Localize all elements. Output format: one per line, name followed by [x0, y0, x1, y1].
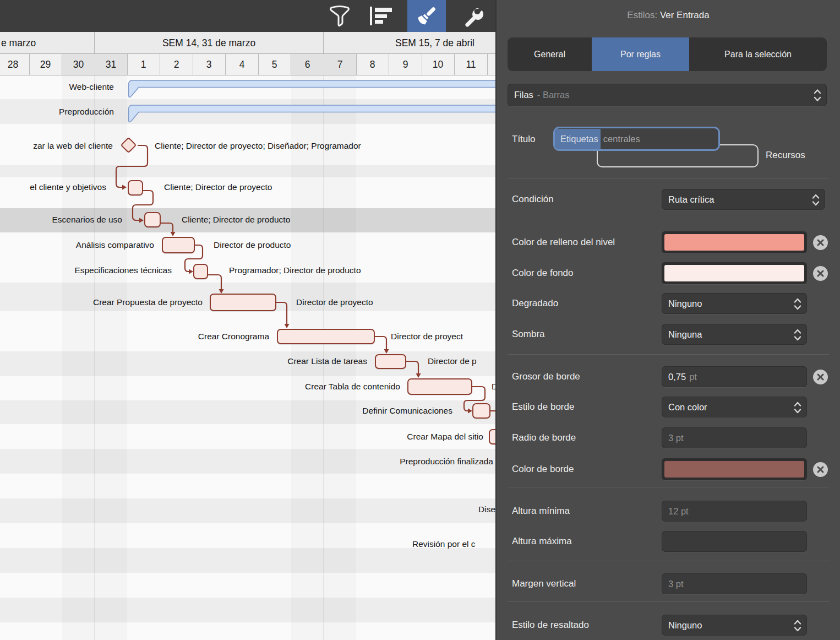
level-fill-color-well[interactable]	[662, 231, 807, 253]
vertical-margin-field[interactable]: 3 pt	[662, 573, 807, 594]
task-bar[interactable]	[472, 403, 490, 419]
task-label: Definir Comunicaciones	[362, 405, 452, 417]
day-header-cell: 10	[422, 54, 455, 75]
highlight-style-value: Ninguno	[668, 620, 702, 631]
title-field-selected-text: Etiquetas	[555, 129, 601, 149]
rule-scope-secondary: - Barras	[537, 90, 570, 100]
resource-label: Director de proyecto	[296, 296, 373, 308]
day-header-cell: 6	[291, 54, 324, 75]
task-label: Crear Cronograma	[198, 330, 269, 343]
day-header-cell: 30	[62, 54, 95, 75]
inspector-tab-bar: General Por reglas Para la selección	[508, 37, 827, 71]
tab-general[interactable]: General	[508, 37, 592, 71]
border-width-value: 0,75	[668, 372, 686, 382]
day-header-cell: 5	[258, 54, 291, 75]
pane-divider[interactable]	[495, 0, 497, 640]
task-bar[interactable]	[144, 212, 161, 227]
day-header-cell: 31	[95, 54, 128, 75]
divider	[508, 354, 829, 355]
resource-label: Director de producto	[214, 239, 291, 251]
border-style-value: Con color	[668, 402, 707, 413]
task-bar[interactable]	[162, 237, 195, 253]
rule-scope-popup[interactable]: Filas - Barras	[508, 84, 827, 106]
day-header-cell: 2	[160, 54, 193, 75]
border-width-label: Grosor de borde	[512, 370, 580, 383]
filter-icon[interactable]	[322, 0, 357, 32]
day-header-cell: 28	[0, 54, 30, 75]
clear-background-button[interactable]	[813, 266, 828, 281]
summary-bar[interactable]	[129, 80, 497, 122]
task-label: zar la web del cliente	[33, 140, 113, 152]
condition-popup[interactable]: Ruta crítica	[662, 189, 825, 210]
max-height-field[interactable]	[662, 531, 807, 552]
border-width-unit: pt	[689, 372, 697, 382]
inspector-title-name: Ver Entrada	[660, 10, 710, 20]
clear-level-fill-button[interactable]	[813, 235, 828, 250]
tab-por-reglas[interactable]: Por reglas	[592, 37, 689, 71]
gantt-pane: Web-cliente Preproducción zar la web del…	[0, 0, 497, 640]
day-header-cell: 7	[324, 54, 357, 75]
rule-scope-primary: Filas	[514, 90, 533, 100]
timescale-week-row: e marzo SEM 14, 31 de marzo SEM 15, 7 de…	[0, 32, 497, 54]
divider	[508, 487, 829, 487]
popup-stepper-icon	[813, 88, 822, 102]
view-toolbar	[0, 0, 497, 32]
border-style-popup[interactable]: Con color	[662, 397, 807, 417]
task-label: Preproducción	[59, 106, 114, 118]
popup-stepper-icon	[793, 297, 802, 311]
shadow-popup[interactable]: Ninguna	[662, 324, 807, 345]
vertical-margin-placeholder: 3 pt	[668, 579, 684, 589]
task-label: el cliente y objetivos	[30, 181, 106, 193]
level-fill-swatch	[664, 234, 804, 251]
vertical-margin-label: Margen vertical	[512, 577, 576, 590]
shadow-label: Sombra	[512, 328, 545, 341]
tab-para-la-seleccion[interactable]: Para la selección	[689, 37, 827, 71]
task-label: Crear Mapa del sitio	[407, 431, 483, 443]
resource-label: Director de proyect	[391, 330, 463, 343]
background-color-well[interactable]	[662, 262, 807, 284]
popup-stepper-icon	[793, 328, 802, 341]
level-fill-label: Color de relleno del nivel	[512, 236, 615, 249]
task-bar[interactable]	[210, 294, 276, 311]
task-label: Dise	[478, 503, 495, 516]
task-bar[interactable]	[193, 264, 208, 279]
task-label: Escenarios de uso	[52, 214, 122, 226]
style-brush-icon[interactable]	[407, 0, 446, 32]
day-header-cell: 8	[356, 54, 389, 75]
gradient-popup[interactable]: Ninguno	[662, 293, 807, 314]
border-style-label: Estilo de borde	[512, 400, 574, 414]
min-height-field[interactable]: 12 pt	[662, 501, 807, 522]
max-height-label: Altura máxima	[512, 535, 572, 548]
task-bar[interactable]	[375, 354, 406, 369]
condition-label: Condición	[512, 193, 554, 206]
clear-border-color-button[interactable]	[813, 462, 828, 477]
clear-border-width-button[interactable]	[813, 370, 828, 384]
day-header-cell: 1	[127, 54, 160, 75]
border-width-field[interactable]: 0,75 pt	[662, 366, 807, 387]
view-options-icon[interactable]	[364, 0, 399, 32]
task-label: Análisis comparativo	[76, 239, 154, 251]
gradient-value: Ninguno	[668, 299, 702, 309]
task-bar[interactable]	[128, 180, 143, 196]
divider	[508, 601, 829, 602]
highlight-style-popup[interactable]: Ninguno	[662, 615, 807, 636]
border-radius-field[interactable]: 3 pt	[662, 427, 807, 448]
day-header-cell: 29	[29, 54, 62, 75]
popup-stepper-icon	[811, 193, 820, 207]
task-bar[interactable]	[277, 329, 375, 344]
timescale-day-row: 28 29 30 31 1 2 3 4 5 6 7 8 9 10 11 12	[0, 54, 497, 75]
day-header-cell: 4	[226, 54, 259, 75]
min-height-label: Altura mínima	[512, 505, 570, 518]
task-label: Especificaciones técnicas	[74, 264, 172, 276]
inspector-title: Estilos: Ver Entrada	[497, 10, 840, 21]
min-height-placeholder: 12 pt	[668, 506, 689, 517]
tools-icon[interactable]	[454, 0, 489, 32]
title-position-field[interactable]: Etiquetas centrales	[555, 128, 718, 149]
task-bar[interactable]	[407, 378, 472, 395]
border-color-well[interactable]	[662, 458, 807, 480]
resource-label: Programador; Director de producto	[229, 264, 361, 276]
border-color-swatch	[664, 461, 804, 478]
week-header-cell: SEM 15, 7 de abril	[324, 32, 497, 54]
day-header-cell: 3	[193, 54, 226, 75]
border-radius-placeholder: 3 pt	[668, 433, 684, 443]
